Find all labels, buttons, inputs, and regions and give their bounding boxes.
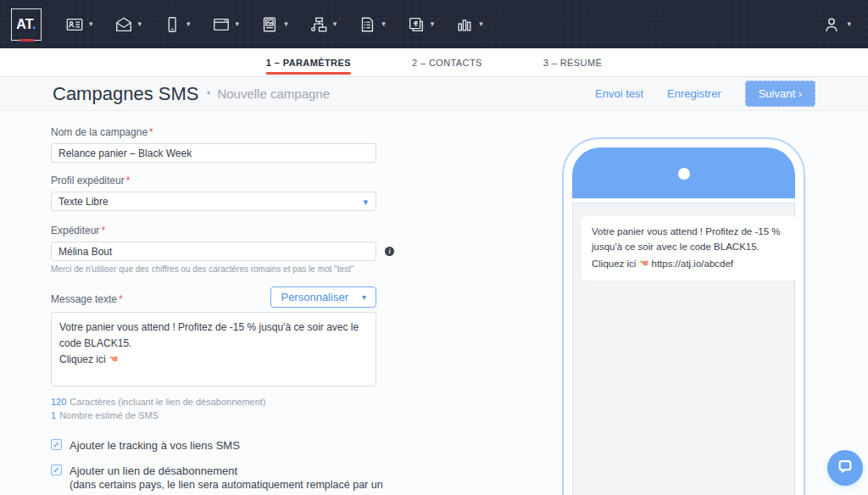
step-label: 3 – RÉSUMÉ (543, 58, 602, 68)
chevron-down-icon: ▾ (362, 293, 366, 302)
message-line1: Votre panier vous attend ! Profitez de -… (59, 321, 359, 349)
char-count-line: 120Caractères (incluant le lien de désab… (51, 395, 376, 409)
chat-widget-button[interactable] (827, 450, 863, 486)
campaign-name-value: Relance panier – Black Week (58, 147, 192, 159)
next-button[interactable]: Suivant › (745, 81, 815, 107)
app-logo[interactable]: AT. (11, 8, 42, 41)
tracking-option-row: ✓ Ajouter le tracking à vos liens SMS (51, 438, 376, 453)
unsubscribe-detail-text: (dans certains pays, le lien sera automa… (70, 478, 385, 495)
nav-item-sms[interactable]: ▾ (161, 12, 192, 37)
step-label: 1 – PARAMÈTRES (266, 58, 351, 68)
sms-message-bubble: Votre panier vous attend ! Profitez de -… (581, 216, 797, 281)
nav-item-integrations[interactable]: ▾ (405, 12, 437, 37)
bar-chart-icon (455, 15, 474, 34)
char-count: 120 (51, 397, 66, 407)
chevron-down-icon: ▾ (431, 20, 435, 28)
browser-window-icon (212, 15, 231, 34)
sms-count-line: 1Nombre estimé de SMS (51, 409, 376, 422)
save-button[interactable]: Enregistrer (667, 87, 721, 100)
sender-profile-label: Profil expéditeur* (51, 175, 376, 186)
nav-menu: ▾ ▾ ▾ ▾ (64, 12, 485, 37)
wizard-steps: 1 – PARAMÈTRES 2 – CONTACTS 3 – RÉSUMÉ (0, 48, 868, 77)
nav-item-contacts[interactable]: ▾ (64, 12, 95, 37)
sms-count: 1 (51, 410, 56, 420)
logo-underline (19, 39, 34, 42)
chevron-down-icon: ▾ (363, 197, 368, 208)
sender-profile-select[interactable]: Texte Libre ▾ (51, 192, 376, 211)
chevron-down-icon: ▾ (333, 20, 337, 28)
info-icon[interactable]: i (385, 247, 394, 256)
nav-item-email[interactable]: ▾ (113, 12, 144, 37)
top-navbar: AT. ▾ ▾ ▾ (0, 0, 868, 48)
message-textarea[interactable]: Votre panier vous attend ! Profitez de -… (51, 312, 376, 387)
step-resume[interactable]: 3 – RÉSUMÉ (543, 51, 602, 75)
page-title: Campagnes SMS (53, 83, 198, 105)
nav-item-forms[interactable]: ▾ (356, 12, 387, 37)
nav-item-landing-pages[interactable]: ▾ (210, 12, 242, 37)
sender-profile-value: Texte Libre (58, 196, 108, 208)
phone-top-bezel (572, 147, 795, 198)
nav-item-account[interactable]: ▾ (820, 11, 853, 38)
step-label: 2 – CONTACTS (412, 58, 482, 68)
chevron-down-icon: ▾ (138, 20, 142, 28)
required-mark: * (101, 225, 105, 236)
chevron-down-icon: ▾ (284, 20, 288, 28)
header-actions: Envoi test Enregistrer Suivant › (595, 81, 815, 107)
personalize-label: Personnaliser (281, 291, 348, 303)
app-logo-text: AT. (16, 17, 36, 32)
phone-screen: Votre panier vous attend ! Profitez de -… (572, 203, 795, 495)
step-underline (543, 72, 602, 75)
personalize-button[interactable]: Personnaliser ▾ (270, 286, 376, 308)
preview-line2: Cliquez ici (592, 259, 636, 269)
workflow-icon (309, 15, 328, 34)
form-list-icon (358, 15, 376, 34)
page-subtitle: Nouvelle campagne (217, 86, 330, 101)
sender-help-text: Merci de n'utiliser que des chiffres ou … (51, 264, 376, 274)
unsubscribe-checkbox-label: Ajouter un lien de désabonnement (70, 464, 385, 478)
title-separator: · (206, 85, 211, 103)
pointing-hand-icon: ☚ (108, 353, 119, 365)
chevron-down-icon: ▾ (186, 20, 191, 28)
mobile-icon (163, 15, 181, 34)
campaign-name-label: Nom de la campagne* (51, 126, 376, 138)
chevron-down-icon: ▾ (479, 20, 483, 28)
sender-value: Mélina Bout (58, 246, 112, 258)
tracking-checkbox-label: Ajouter le tracking à vos liens SMS (70, 438, 240, 453)
envelope-icon (114, 15, 133, 34)
sender-label: Expéditeur* (51, 225, 376, 236)
pointing-hand-icon: ☚ (639, 257, 649, 270)
active-step-underline (266, 72, 351, 75)
preview-line1: Votre panier vous attend ! Profitez de -… (592, 226, 780, 252)
chevron-down-icon: ▾ (381, 20, 386, 28)
campaign-name-input[interactable]: Relance panier – Black Week (51, 143, 376, 163)
unsubscribe-option-row: ✓ Ajouter un lien de désabonnement (dans… (51, 464, 376, 495)
chevron-down-icon: ▾ (89, 20, 93, 28)
unsubscribe-checkbox[interactable]: ✓ (51, 464, 62, 476)
sms-phone-preview: Votre panier vous attend ! Profitez de -… (562, 137, 805, 495)
chevron-down-icon: ▾ (847, 20, 851, 28)
sms-counters: 120Caractères (incluant le lien de désab… (51, 395, 376, 422)
nav-item-automations[interactable]: ▾ (308, 12, 339, 37)
page-header: Campagnes SMS · Nouvelle campagne Envoi … (0, 77, 868, 111)
message-line2: Cliquez ici (59, 353, 106, 365)
send-test-button[interactable]: Envoi test (595, 87, 643, 100)
required-mark: * (119, 293, 123, 305)
step-underline (412, 72, 482, 75)
preview-short-link: https://atj.io/abcdef (651, 259, 733, 269)
step-parametres[interactable]: 1 – PARAMÈTRES (266, 51, 351, 75)
sender-input[interactable]: Mélina Bout (51, 242, 376, 261)
user-icon (821, 14, 842, 35)
page-link-icon (407, 15, 426, 34)
step-contacts[interactable]: 2 – CONTACTS (412, 51, 482, 75)
chat-bubble-icon (836, 457, 854, 479)
tracking-checkbox[interactable]: ✓ (51, 439, 62, 450)
required-mark: * (126, 175, 131, 186)
required-mark: * (149, 126, 153, 138)
address-card-icon (65, 15, 84, 34)
template-image-icon (260, 15, 279, 34)
nav-item-templates[interactable]: ▾ (259, 12, 290, 37)
phone-camera-dot (678, 168, 690, 180)
message-label: Message texte* (51, 293, 123, 305)
chevron-down-icon: ▾ (236, 20, 240, 28)
nav-item-reports[interactable]: ▾ (453, 12, 485, 37)
